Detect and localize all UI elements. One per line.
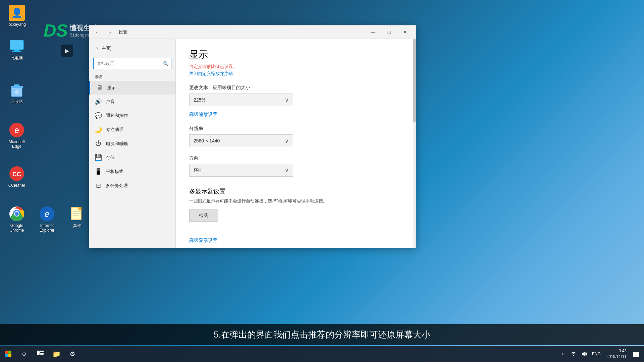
sidebar-focus-label: 专注助手 bbox=[106, 127, 123, 133]
svg-rect-25 bbox=[8, 351, 11, 354]
warning-text: 自定义缩放比例已设置。 bbox=[189, 64, 402, 70]
advanced-display-link[interactable]: 高级显示设置 bbox=[189, 238, 217, 244]
settings-sidebar: ⌂ 主页 🔍 系统 🖥 显示 🔊 声音 💬 bbox=[89, 39, 176, 248]
size-chevron-icon: ∨ bbox=[285, 97, 289, 103]
page-title: 显示 bbox=[189, 48, 402, 61]
lockeyang-label: lockeyang bbox=[8, 22, 26, 27]
sidebar-item-sound[interactable]: 🔊 声音 bbox=[89, 95, 175, 109]
size-dropdown[interactable]: 225% ∨ bbox=[189, 94, 293, 106]
taskbar-right: ∧ ENG 3:43 2019/11/11 bbox=[558, 346, 644, 362]
home-icon: ⌂ bbox=[95, 45, 98, 52]
sidebar-notifications-label: 通知和操作 bbox=[106, 113, 128, 119]
svg-rect-7 bbox=[14, 84, 19, 86]
ccleaner-icon: CC bbox=[9, 166, 25, 182]
sidebar-tablet-label: 平板模式 bbox=[106, 169, 123, 175]
sidebar-item-notifications[interactable]: 💬 通知和操作 bbox=[89, 109, 175, 123]
desktop-icon-lockeyang[interactable]: 👤 lockeyang bbox=[3, 3, 30, 28]
svg-text:♻: ♻ bbox=[15, 89, 19, 95]
search-icon: 🔍 bbox=[163, 61, 169, 66]
forward-button[interactable]: › bbox=[105, 27, 115, 37]
start-button[interactable] bbox=[0, 346, 16, 362]
sidebar-item-storage[interactable]: 💾 存储 bbox=[89, 150, 175, 165]
sidebar-item-power[interactable]: ⏻ 电源和睡眠 bbox=[89, 137, 175, 150]
notification-button[interactable] bbox=[631, 346, 641, 362]
svg-rect-26 bbox=[5, 354, 8, 357]
clock-time: 3:43 bbox=[606, 348, 627, 354]
clock-date: 2019/11/11 bbox=[606, 354, 627, 360]
file-explorer-button[interactable]: 📁 bbox=[48, 346, 64, 362]
svg-rect-20 bbox=[78, 207, 81, 210]
watermark-logo: DS bbox=[44, 22, 68, 39]
system-clock[interactable]: 3:43 2019/11/11 bbox=[604, 348, 629, 360]
edge-icon: e bbox=[9, 122, 25, 138]
svg-rect-30 bbox=[40, 353, 44, 355]
resolution-dropdown[interactable]: 2560 × 1440 ∨ bbox=[189, 134, 293, 147]
desktop-icon-thispc[interactable]: 此电脑 bbox=[3, 37, 30, 62]
svg-rect-27 bbox=[8, 354, 11, 357]
svg-text:e: e bbox=[45, 209, 49, 219]
resolution-value: 2560 × 1440 bbox=[194, 138, 220, 143]
svg-point-31 bbox=[573, 355, 574, 356]
settings-taskbar-button[interactable]: ⚙ bbox=[64, 346, 80, 362]
sound-icon: 🔊 bbox=[95, 98, 102, 105]
tray-lang[interactable]: ENG bbox=[590, 349, 602, 359]
minimize-button[interactable]: — bbox=[365, 27, 381, 38]
advanced-scale-link[interactable]: 高级缩放设置 bbox=[189, 112, 217, 118]
orientation-value: 横向 bbox=[194, 167, 203, 173]
detect-button[interactable]: 检测 bbox=[189, 209, 218, 222]
other-icon bbox=[69, 206, 85, 222]
sidebar-item-focus[interactable]: 🌙 专注助手 bbox=[89, 123, 175, 137]
close-scale-link[interactable]: 关闭自定义缩放并注销 bbox=[189, 71, 233, 76]
ie-label: Internet Explorer bbox=[35, 223, 59, 233]
search-box: 🔍 bbox=[93, 58, 171, 69]
cortana-button[interactable]: ○ bbox=[16, 346, 32, 362]
title-bar-left: ‹ › 设置 bbox=[92, 27, 127, 37]
task-view-button[interactable] bbox=[32, 346, 48, 362]
play-button[interactable]: ▶ bbox=[61, 45, 73, 57]
search-input[interactable] bbox=[93, 58, 171, 69]
svg-rect-24 bbox=[5, 351, 8, 354]
other-label: 其他 bbox=[73, 223, 81, 228]
chrome-icon bbox=[9, 206, 25, 222]
svg-marker-32 bbox=[582, 352, 585, 356]
desktop-icon-other[interactable]: 其他 bbox=[64, 204, 91, 229]
window-controls: — □ ✕ bbox=[365, 27, 413, 38]
sidebar-multitasking-label: 多任务处理 bbox=[106, 183, 128, 189]
multitasking-icon: ⊟ bbox=[95, 182, 102, 189]
subtitle-bar: 5.在弹出的界面我们点击推荐的分辨率即可还原屏幕大小 bbox=[0, 324, 644, 345]
tray-network-icon[interactable] bbox=[569, 349, 578, 359]
sidebar-item-multitasking[interactable]: ⊟ 多任务处理 bbox=[89, 179, 175, 193]
sidebar-home[interactable]: ⌂ 主页 bbox=[89, 42, 175, 55]
display-icon: 🖥 bbox=[96, 84, 103, 91]
desktop-icon-ccleaner[interactable]: CC CCleaner bbox=[3, 164, 30, 189]
tablet-icon: 📱 bbox=[95, 168, 102, 175]
focus-icon: 🌙 bbox=[95, 126, 102, 133]
svg-rect-4 bbox=[12, 51, 21, 52]
sidebar-power-label: 电源和睡眠 bbox=[106, 141, 128, 147]
thispc-label: 此电脑 bbox=[11, 56, 23, 60]
taskbar: ○ 📁 ⚙ ∧ bbox=[0, 346, 644, 362]
sidebar-item-tablet[interactable]: 📱 平板模式 bbox=[89, 165, 175, 179]
desktop-icon-chrome[interactable]: Google Chrome bbox=[3, 204, 30, 234]
tray-chevron[interactable]: ∧ bbox=[558, 349, 568, 359]
sidebar-sound-label: 声音 bbox=[106, 99, 115, 105]
title-bar: ‹ › 设置 — □ ✕ bbox=[89, 25, 416, 39]
scroll-indicator[interactable] bbox=[413, 39, 416, 248]
maximize-button[interactable]: □ bbox=[381, 27, 397, 38]
desktop-icon-recycle[interactable]: ♻ 回收站 bbox=[3, 80, 30, 105]
chrome-label: Google Chrome bbox=[5, 223, 29, 233]
svg-rect-3 bbox=[14, 50, 19, 51]
back-button[interactable]: ‹ bbox=[92, 27, 101, 37]
desktop-icon-ie[interactable]: e Internet Explorer bbox=[34, 204, 60, 234]
settings-main: 显示 自定义缩放比例已设置。 关闭自定义缩放并注销 更改文本、应用等项目的大小 … bbox=[176, 39, 416, 248]
desktop-icon-edge[interactable]: e Microsoft Edge bbox=[3, 121, 30, 150]
svg-text:👤: 👤 bbox=[11, 7, 23, 18]
orientation-dropdown[interactable]: 横向 ∨ bbox=[189, 164, 293, 177]
edge-label: Microsoft Edge bbox=[5, 139, 29, 149]
sidebar-item-display[interactable]: 🖥 显示 bbox=[89, 81, 175, 95]
close-button[interactable]: ✕ bbox=[397, 27, 413, 38]
home-label: 主页 bbox=[102, 46, 111, 52]
desktop: 👤 lockeyang 此电脑 ♻ 回收站 bbox=[0, 0, 644, 362]
tray-volume-icon[interactable] bbox=[580, 349, 589, 359]
svg-rect-2 bbox=[10, 40, 23, 50]
